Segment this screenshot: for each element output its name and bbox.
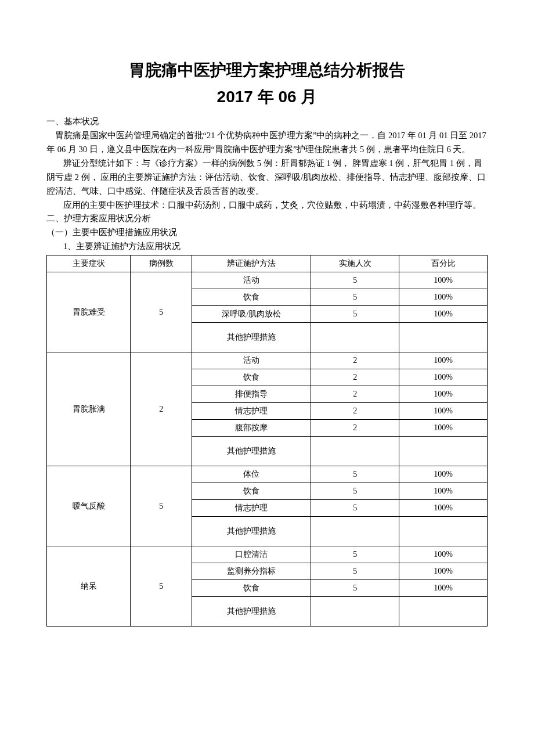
cell-pct: 100% [399,483,488,500]
paragraph-1: 胃脘痛是国家中医药管理局确定的首批“21 个优势病种中医护理方案”中的病种之一，… [46,129,488,157]
th-cases: 病例数 [131,255,192,272]
cell-symptom: 胃脘胀满 [47,352,131,466]
cell-count: 5 [311,563,399,580]
cell-count: 5 [311,272,399,289]
cell-pct: 100% [399,546,488,563]
th-pct: 百分比 [399,255,488,272]
cell-cases: 5 [131,546,192,627]
cell-cases: 5 [131,466,192,546]
cell-method: 饮食 [192,369,311,386]
cell-pct: 100% [399,306,488,323]
cell-pct: 100% [399,580,488,597]
document-title: 胃脘痛中医护理方案护理总结分析报告 [46,58,488,82]
section1-heading: 一、基本状况 [46,115,488,129]
cell-pct: 100% [399,369,488,386]
cell-count: 5 [311,466,399,483]
table-row: 胃脘胀满2活动2100% [47,352,488,369]
cell-count: 5 [311,580,399,597]
cell-pct: 100% [399,466,488,483]
cell-count: 5 [311,289,399,306]
cell-pct: 100% [399,289,488,306]
cell-method: 其他护理措施 [192,597,311,627]
cell-pct [399,517,488,546]
cell-method: 其他护理措施 [192,437,311,466]
cell-count: 2 [311,386,399,403]
cell-count: 2 [311,352,399,369]
paragraph-2: 辨证分型统计如下：与《诊疗方案》一样的病例数 5 例：肝胃郁热证 1 例， 脾胃… [46,157,488,199]
section2-sub1-1: 1、主要辨证施护方法应用状况 [46,240,488,254]
cell-count: 5 [311,546,399,563]
cell-pct [399,597,488,627]
cell-method: 情志护理 [192,403,311,420]
section2-heading: 二、护理方案应用状况分析 [46,212,488,226]
th-symptom: 主要症状 [47,255,131,272]
table-header-row: 主要症状 病例数 辨证施护方法 实施人次 百分比 [47,255,488,272]
section2-sub1: （一）主要中医护理措施应用状况 [46,226,488,240]
cell-method: 活动 [192,352,311,369]
cell-method: 深呼吸/肌肉放松 [192,306,311,323]
document-page: 胃脘痛中医护理方案护理总结分析报告 2017 年 06 月 一、基本状况 胃脘痛… [0,0,534,661]
cell-method: 其他护理措施 [192,517,311,546]
cell-count: 5 [311,306,399,323]
cell-pct [399,437,488,466]
document-date: 2017 年 06 月 [46,85,488,109]
cell-count [311,597,399,627]
cell-cases: 2 [131,352,192,466]
cell-symptom: 嗳气反酸 [47,466,131,546]
cell-cases: 5 [131,272,192,352]
cell-method: 饮食 [192,483,311,500]
cell-method: 监测养分指标 [192,563,311,580]
cell-method: 腹部按摩 [192,420,311,437]
table-row: 嗳气反酸5体位5100% [47,466,488,483]
cell-method: 其他护理措施 [192,323,311,352]
cell-pct: 100% [399,563,488,580]
table-row: 胃脘难受5活动5100% [47,272,488,289]
cell-method: 活动 [192,272,311,289]
th-count: 实施人次 [311,255,399,272]
cell-count: 5 [311,483,399,500]
cell-symptom: 纳呆 [47,546,131,627]
cell-pct: 100% [399,272,488,289]
cell-count [311,323,399,352]
cell-pct: 100% [399,386,488,403]
cell-method: 饮食 [192,289,311,306]
cell-symptom: 胃脘难受 [47,272,131,352]
cell-count [311,517,399,546]
cell-pct: 100% [399,352,488,369]
cell-count: 2 [311,369,399,386]
cell-pct [399,323,488,352]
nursing-table: 主要症状 病例数 辨证施护方法 实施人次 百分比 胃脘难受5活动5100%饮食5… [46,255,488,627]
cell-count [311,437,399,466]
table-row: 纳呆5口腔清洁5100% [47,546,488,563]
cell-pct: 100% [399,420,488,437]
cell-count: 2 [311,403,399,420]
cell-method: 饮食 [192,580,311,597]
cell-count: 2 [311,420,399,437]
cell-method: 排便指导 [192,386,311,403]
cell-method: 情志护理 [192,500,311,517]
cell-pct: 100% [399,403,488,420]
th-method: 辨证施护方法 [192,255,311,272]
paragraph-3: 应用的主要中医护理技术：口服中药汤剂，口服中成药，艾灸，穴位贴敷，中药塌渍，中药… [46,199,488,213]
cell-pct: 100% [399,500,488,517]
cell-count: 5 [311,500,399,517]
cell-method: 口腔清洁 [192,546,311,563]
cell-method: 体位 [192,466,311,483]
